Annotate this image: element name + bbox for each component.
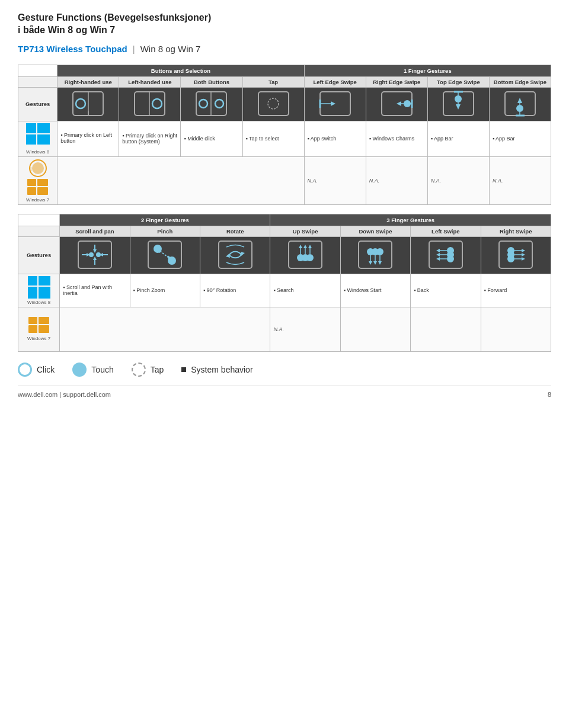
svg-point-48	[89, 252, 94, 257]
product-title: TP713 Wireless Touchpad	[18, 44, 127, 54]
footer: www.dell.com | support.dell.com 8	[18, 386, 551, 398]
section2-header: 1 Finger Gestures	[304, 65, 551, 76]
touch-label: Touch	[91, 365, 113, 374]
desc-down-swipe-win8: ▪ Windows Start	[340, 274, 410, 307]
gestures-label-t2: Gestures	[18, 236, 60, 274]
desc-tap-win8: ▪ Tap to select	[242, 121, 304, 156]
svg-marker-43	[93, 256, 97, 260]
svg-marker-94	[522, 249, 525, 252]
section1-header: Buttons and Selection	[57, 65, 304, 76]
title-line2: i både Win 8 og Win 7	[18, 25, 115, 35]
title-line1: Gesture Functions (Bevegelsesfunksjoner)	[18, 12, 211, 23]
touch-icon	[72, 363, 87, 377]
win7-2f-na	[60, 307, 270, 351]
svg-marker-96	[522, 253, 525, 256]
desc-scroll-win8: ▪ Scroll and Pan with inertia	[60, 274, 130, 307]
desc-right-handed-win7	[57, 156, 304, 204]
svg-rect-101	[28, 287, 37, 299]
svg-marker-68	[308, 245, 312, 248]
desc-right-handed-win8: ▪ Primary click on Left button	[57, 121, 119, 156]
win8-icon	[26, 123, 50, 147]
desc-right-edge-win8: ▪ Windows Charms	[366, 121, 427, 156]
desc-right-swipe-win8: ▪ Forward	[481, 274, 551, 307]
col-scroll-pan: Scroll and pan	[60, 226, 130, 236]
title-sep: |	[133, 44, 135, 54]
svg-rect-102	[39, 287, 50, 299]
svg-point-9	[199, 100, 207, 108]
col-pinch: Pinch	[130, 226, 200, 236]
na-down-swipe-win7	[340, 307, 410, 351]
win7-label: Windows 7	[21, 197, 54, 203]
icon-left-handed	[119, 87, 181, 121]
svg-point-21	[404, 100, 411, 107]
svg-point-62	[306, 254, 314, 261]
svg-rect-35	[37, 134, 50, 145]
system-bullet-icon	[181, 367, 186, 372]
tap-icon	[132, 363, 146, 377]
svg-marker-98	[522, 257, 525, 261]
svg-rect-100	[39, 276, 50, 286]
svg-marker-64	[299, 245, 302, 248]
svg-rect-99	[28, 276, 37, 286]
col-right-edge: Right Edge Swipe	[366, 76, 427, 87]
svg-marker-20	[397, 101, 401, 106]
win8-icon-t2	[28, 276, 50, 299]
svg-rect-33	[37, 123, 50, 133]
na-up-swipe-win7: N.A.	[270, 307, 340, 351]
footer-left: www.dell.com | support.dell.com	[18, 391, 111, 398]
svg-marker-30	[517, 98, 522, 103]
table1: Buttons and Selection 1 Finger Gestures …	[18, 65, 551, 205]
desc-left-swipe-win8: ▪ Back	[411, 274, 481, 307]
na-left-edge-win7: N.A.	[304, 156, 366, 204]
col-bottom-edge: Bottom Edge Swipe	[489, 76, 551, 87]
icon-pinch	[130, 236, 200, 274]
svg-marker-58	[226, 254, 230, 258]
svg-point-49	[96, 252, 101, 257]
col-rotate: Rotate	[200, 226, 270, 236]
svg-point-92	[507, 255, 514, 262]
icon-rotate	[200, 236, 270, 274]
tap-label: Tap	[151, 365, 164, 374]
click-icon	[18, 363, 32, 377]
svg-point-72	[376, 248, 383, 255]
col-left-handed: Left-handed use	[119, 76, 181, 87]
icon-top-edge-swipe	[427, 87, 489, 121]
svg-point-2	[76, 99, 85, 108]
icon-down-swipe	[340, 236, 410, 274]
svg-marker-57	[241, 252, 245, 256]
legend-tap: Tap	[132, 363, 164, 377]
desc-pinch-win8: ▪ Pinch Zoom	[130, 274, 200, 307]
col-down-swipe: Down Swipe	[340, 226, 410, 236]
desc-left-handed-win8: ▪ Primary click on Right button (System)	[119, 121, 181, 156]
svg-rect-11	[258, 92, 289, 116]
svg-marker-66	[303, 245, 307, 248]
icon-right-handed	[57, 87, 119, 121]
table2: 2 Finger Gestures 3 Finger Gestures Scro…	[18, 214, 551, 352]
desc-both-buttons-win8: ▪ Middle click	[181, 121, 242, 156]
win7-logo-cell-t2: Windows 7	[18, 307, 60, 351]
col-up-swipe: Up Swipe	[270, 226, 340, 236]
legend: Click Touch Tap System behavior	[18, 363, 551, 377]
click-label: Click	[37, 365, 55, 374]
win7-label-t2: Windows 7	[21, 336, 56, 341]
col-left-edge: Left Edge Swipe	[304, 76, 366, 87]
section3-header: 2 Finger Gestures	[60, 214, 270, 226]
svg-marker-16	[331, 101, 335, 106]
col-right-handed: Right-handed use	[57, 76, 119, 87]
product-subtitle: Win 8 og Win 7	[140, 44, 201, 54]
icon-left-edge-swipe	[304, 87, 366, 121]
desc-top-edge-win8: ▪ App Bar	[427, 121, 489, 156]
na-right-swipe-win7	[481, 307, 551, 351]
col-right-swipe: Right Swipe	[481, 226, 551, 236]
icon-right-edge-swipe	[366, 87, 427, 121]
svg-marker-41	[93, 249, 97, 253]
system-label: System behavior	[191, 365, 252, 374]
col-left-swipe: Left Swipe	[411, 226, 481, 236]
na-right-edge-win7: N.A.	[366, 156, 427, 204]
desc-bottom-edge-win8: ▪ App Bar	[489, 121, 551, 156]
svg-marker-25	[456, 104, 461, 110]
icon-scroll-pan	[60, 236, 130, 274]
svg-point-37	[32, 162, 44, 174]
na-top-edge-win7: N.A.	[427, 156, 489, 204]
na-left-swipe-win7	[411, 307, 481, 351]
